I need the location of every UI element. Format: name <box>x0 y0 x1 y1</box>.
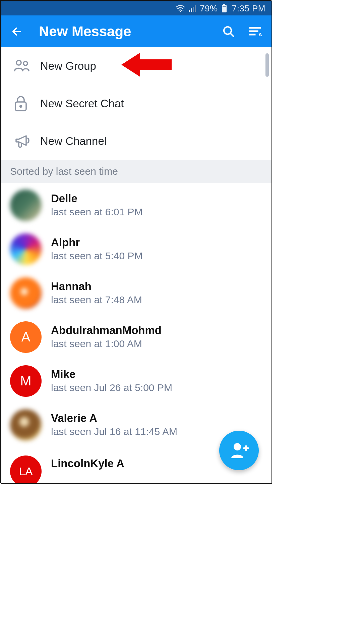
status-bar: 79% 7:35 PM <box>1 1 272 15</box>
avatar <box>10 190 42 221</box>
svg-text:A: A <box>258 32 262 37</box>
cell-signal-icon <box>188 5 196 12</box>
contact-status: last seen Jul 26 at 5:00 PM <box>51 382 172 393</box>
svg-rect-7 <box>223 6 226 7</box>
new-channel-item[interactable]: New Channel <box>1 122 272 160</box>
svg-point-11 <box>23 61 27 65</box>
section-header: Sorted by last seen time <box>1 160 272 183</box>
group-icon <box>13 59 40 73</box>
svg-rect-4 <box>195 5 196 12</box>
new-group-label: New Group <box>40 60 96 72</box>
battery-icon <box>221 4 227 13</box>
new-secret-chat-label: New Secret Chat <box>40 97 124 110</box>
contact-status: last seen at 6:01 PM <box>51 206 143 218</box>
contact-status: last seen at 7:48 AM <box>51 294 142 306</box>
arrow-left-icon <box>10 25 23 38</box>
person-add-icon <box>229 441 249 460</box>
contact-item[interactable]: Hannah last seen at 7:48 AM <box>1 271 272 315</box>
clock-text: 7:35 PM <box>232 3 265 14</box>
search-icon <box>222 25 235 38</box>
avatar <box>10 277 42 309</box>
contact-status: last seen at 1:00 AM <box>51 338 162 350</box>
page-title: New Message <box>39 23 210 40</box>
lock-icon <box>13 95 40 112</box>
add-contact-fab[interactable] <box>219 431 259 470</box>
megaphone-icon <box>13 133 40 149</box>
new-secret-chat-item[interactable]: New Secret Chat <box>1 85 272 122</box>
sort-button[interactable]: A <box>247 26 265 37</box>
avatar <box>10 233 42 265</box>
search-button[interactable] <box>219 25 238 38</box>
svg-point-13 <box>20 105 21 107</box>
contact-item[interactable]: Alphr last seen at 5:40 PM <box>1 227 272 271</box>
content: New Group New Secret Chat New Channel So… <box>1 47 272 483</box>
contact-name: Mike <box>51 368 172 380</box>
contact-name: Delle <box>51 193 143 205</box>
back-button[interactable] <box>7 25 26 38</box>
avatar <box>10 409 42 441</box>
new-channel-label: New Channel <box>40 135 107 148</box>
scrollbar-thumb[interactable] <box>265 53 269 77</box>
svg-point-15 <box>234 443 241 450</box>
avatar: LA <box>10 455 42 483</box>
wifi-icon <box>176 5 185 12</box>
svg-point-10 <box>16 60 21 65</box>
annotation-arrow-icon <box>121 50 172 81</box>
contact-item[interactable]: Delle last seen at 6:01 PM <box>1 183 272 227</box>
avatar: A <box>10 321 42 353</box>
contact-status: last seen at 5:40 PM <box>51 250 143 262</box>
contact-item[interactable]: A AbdulrahmanMohmd last seen at 1:00 AM <box>1 315 272 359</box>
contact-name: LincolnKyle A <box>51 458 124 470</box>
svg-point-0 <box>180 11 181 12</box>
svg-rect-5 <box>223 4 225 5</box>
svg-rect-2 <box>191 8 192 12</box>
app-bar: New Message A <box>1 15 272 47</box>
contact-name: AbdulrahmanMohmd <box>51 324 162 336</box>
svg-rect-3 <box>193 7 194 12</box>
contact-name: Hannah <box>51 280 142 292</box>
contact-name: Valerie A <box>51 412 177 424</box>
contact-status: last seen Jul 16 at 11:45 AM <box>51 426 177 437</box>
battery-percent-text: 79% <box>200 3 218 14</box>
contact-item[interactable]: M Mike last seen Jul 26 at 5:00 PM <box>1 359 272 403</box>
sort-alpha-icon: A <box>249 26 263 37</box>
svg-marker-14 <box>121 53 172 77</box>
svg-rect-1 <box>189 10 190 12</box>
avatar: M <box>10 365 42 397</box>
contact-name: Alphr <box>51 236 143 249</box>
contact-list: Delle last seen at 6:01 PM Alphr last se… <box>1 183 272 474</box>
